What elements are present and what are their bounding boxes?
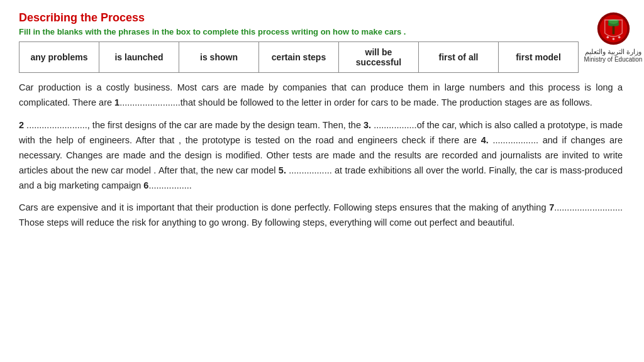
blank-3: 3. <box>364 120 371 130</box>
blank-5: 5. <box>279 165 286 175</box>
svg-point-8 <box>618 36 620 38</box>
word-cell-1: any problems <box>19 42 99 72</box>
blank-7: 7 <box>549 202 554 212</box>
word-cell-5: will be successful <box>339 42 419 72</box>
word-cell-4: certain steps <box>259 42 339 72</box>
ministry-name-english: Ministry of Education <box>584 56 643 63</box>
word-cell-3: is shown <box>179 42 259 72</box>
ministry-name-arabic: وزارة التربية والتعليم <box>585 47 641 56</box>
emblem-icon <box>596 11 631 46</box>
word-cell-6: first of all <box>419 42 499 72</box>
svg-point-7 <box>612 38 614 40</box>
body-content: Car production is a costly business. Mos… <box>19 80 623 231</box>
blank-6: 6 <box>143 180 148 190</box>
svg-point-6 <box>606 36 609 38</box>
page-title: Describing the Process <box>19 11 579 25</box>
paragraph-1: Car production is a costly business. Mos… <box>19 80 623 111</box>
blank-1: 1 <box>114 97 119 107</box>
blank-4: 4. <box>481 135 489 145</box>
ministry-logo: وزارة التربية والتعليم Ministry of Educa… <box>579 11 644 63</box>
blank-2: 2 <box>19 120 24 130</box>
page-subtitle: Fill in the blanks with the phrases in t… <box>19 27 579 36</box>
word-box: any problems is launched is shown certai… <box>19 41 579 73</box>
word-cell-7: first model <box>499 42 578 72</box>
paragraph-2: 2 ........................, the first de… <box>19 118 623 194</box>
word-cell-2: is launched <box>99 42 179 72</box>
paragraph-3: Cars are expensive and it is important t… <box>19 200 623 231</box>
